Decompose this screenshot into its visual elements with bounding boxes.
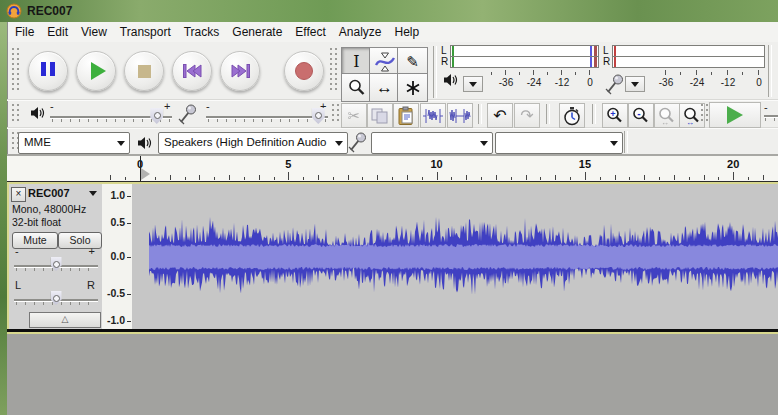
undo-button[interactable]: ↶ [487, 103, 513, 128]
meter-scale-label: -12 [552, 77, 572, 88]
meter-dropdown-button[interactable] [463, 76, 483, 92]
play-button[interactable] [76, 51, 116, 91]
tools-toolbar-grip[interactable] [330, 48, 338, 92]
timeline-ruler[interactable]: 05101520 [7, 156, 778, 181]
waveform-display[interactable] [132, 184, 778, 329]
zoom-out-button[interactable]: - [628, 103, 654, 128]
meter-scale-label: -24 [687, 77, 707, 88]
speaker-icon [137, 136, 152, 150]
stop-icon [125, 52, 163, 90]
microphone-icon [178, 103, 198, 125]
pan-slider[interactable]: L R [9, 279, 102, 311]
paste-icon [396, 106, 416, 126]
redo-icon: ↷ [520, 107, 533, 125]
meter-scale-label: -36 [656, 77, 676, 88]
envelope-icon [373, 50, 397, 74]
skip-to-start-button[interactable] [172, 51, 212, 91]
zoom-tool[interactable] [341, 73, 372, 102]
draw-tool[interactable]: ✎ [397, 47, 428, 76]
selection-tool[interactable]: I [341, 47, 372, 76]
record-button[interactable] [284, 51, 324, 91]
input-device-combo[interactable] [371, 132, 493, 154]
amplitude-label: 1.0 [103, 190, 125, 201]
play-at-speed-button[interactable] [709, 102, 761, 128]
title-bar[interactable]: REC007 [0, 0, 778, 23]
menu-edit[interactable]: Edit [41, 23, 74, 42]
menu-help[interactable]: Help [389, 23, 426, 42]
output-volume-slider-max-label: + [164, 101, 170, 112]
menu-file[interactable]: File [9, 23, 40, 42]
toolbar-separator [768, 45, 772, 97]
menu-effect[interactable]: Effect [289, 23, 331, 42]
cut-button[interactable]: ✂ [341, 103, 367, 128]
track-control-panel: × REC007 Mono, 48000Hz 32-bit float Mute… [9, 184, 103, 329]
play-icon [77, 52, 115, 90]
menu-tracks[interactable]: Tracks [178, 23, 226, 42]
vertical-ruler[interactable]: 1.00.50.0-0.5-1.0 [102, 184, 133, 329]
stop-button[interactable] [124, 51, 164, 91]
chevron-down-icon [117, 141, 125, 146]
mixer-toolbar-grip[interactable] [12, 104, 20, 124]
meter-peak-indicator [590, 57, 592, 67]
speaker-icon [443, 73, 458, 87]
undo-icon: ↶ [493, 107, 506, 125]
zoom-in-button[interactable]: + [602, 103, 628, 128]
amplitude-label: 0.0 [103, 251, 125, 262]
collapse-track-button[interactable]: △ [29, 312, 101, 328]
multi-tool[interactable] [397, 73, 428, 102]
edit-toolbar-grip[interactable] [332, 104, 340, 124]
meter-channel-label: L [441, 46, 447, 56]
transport-toolbar-grip[interactable] [12, 48, 20, 92]
track-close-button[interactable]: × [11, 187, 26, 202]
skip-to-end-button[interactable] [220, 51, 260, 91]
audio-host-combo[interactable]: MME [18, 132, 130, 154]
menu-generate[interactable]: Generate [226, 23, 288, 42]
menu-view[interactable]: View [75, 23, 113, 42]
chevron-down-icon [631, 82, 639, 87]
left-right-arrow-icon: ↔ [376, 79, 393, 97]
timer-button[interactable] [559, 103, 585, 128]
input-volume-slider-min-label: - [206, 101, 210, 112]
output-device-combo[interactable]: Speakers (High Definition Audio [158, 132, 348, 154]
meter-channel-label: R [603, 57, 610, 67]
toolbar-separator [592, 104, 596, 124]
pause-button[interactable] [28, 51, 68, 91]
chevron-down-icon [469, 82, 477, 87]
track-title[interactable]: REC007 [28, 187, 70, 199]
chevron-down-icon [335, 141, 343, 146]
meter-clip-indicator [594, 57, 597, 67]
meter-dropdown-button[interactable] [625, 76, 645, 92]
playback-cursor [140, 156, 141, 181]
gain-slider[interactable]: - + [9, 245, 102, 277]
svg-text:↔: ↔ [661, 118, 669, 126]
redo-button[interactable]: ↷ [514, 103, 540, 128]
meter-bar-r[interactable] [612, 56, 765, 68]
silence-audio-button[interactable] [447, 103, 473, 128]
paste-button[interactable] [393, 103, 419, 128]
time-shift-tool[interactable]: ↔ [369, 73, 400, 102]
track-menu-chevron-down-icon[interactable] [89, 191, 97, 196]
play-speed-slider[interactable]: - [764, 103, 778, 123]
input-channels-combo[interactable] [495, 132, 623, 154]
waveform-svg [132, 184, 778, 329]
transcription-toolbar-grip[interactable] [701, 104, 709, 124]
ibeam-icon: I [353, 53, 359, 71]
menu-analyze[interactable]: Analyze [333, 23, 388, 42]
triangle-up-icon: △ [62, 314, 69, 324]
skip-to-start-icon [173, 52, 211, 90]
copy-button[interactable] [367, 103, 393, 128]
meter-bar-r[interactable] [450, 56, 599, 68]
fit-selection-button[interactable]: ↔ [654, 103, 680, 128]
pan-left-label: L [15, 280, 21, 291]
trim-icon [422, 106, 444, 126]
pan-right-label: R [87, 280, 95, 291]
svg-text:↔: ↔ [686, 118, 694, 126]
gain-min-label: - [15, 246, 19, 257]
track-format-info: Mono, 48000Hz [12, 203, 86, 215]
envelope-tool[interactable] [369, 47, 400, 76]
input-volume-slider-track[interactable] [206, 116, 328, 118]
trim-audio-button[interactable] [420, 103, 446, 128]
menu-transport[interactable]: Transport [114, 23, 177, 42]
amplitude-label: -0.5 [103, 288, 125, 299]
silence-icon [449, 106, 471, 126]
